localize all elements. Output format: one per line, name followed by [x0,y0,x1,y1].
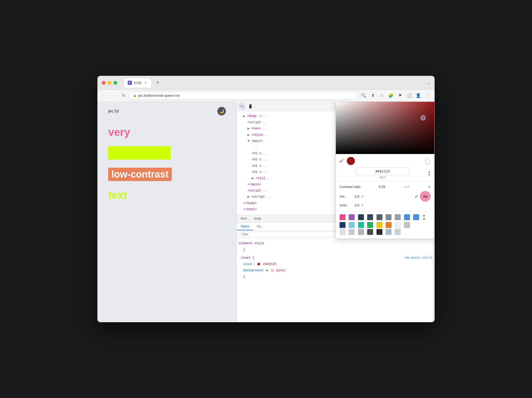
css-color-prop: color: #981515 [239,261,432,268]
tab-close-button[interactable]: ✕ [143,81,148,85]
element-picker-button[interactable]: ↖ [239,103,245,110]
profile-button[interactable]: 👤 [414,92,422,100]
dark-mode-toggle[interactable]: 🌙 [217,107,226,115]
tab-styles[interactable]: Styles [237,223,253,230]
cp-row1: 🖋 [340,157,431,165]
back-button[interactable]: ← [101,92,108,99]
swatch-light-gray4[interactable] [395,229,401,235]
css-source-ref[interactable]: cds-quest-cvd:11 [404,256,432,260]
swatch-orange[interactable] [386,222,392,228]
swatch-charcoal[interactable] [367,229,373,235]
tab-bar: ● CVD ✕ + ⌄ [124,78,430,88]
nav-actions: 🔍 ⬆ ☆ 🧩 ⚑ ⬜ 👤 ⋮ [360,92,431,100]
swatch-light-gray1[interactable] [340,229,345,235]
swatch-light-gray3[interactable] [358,229,364,235]
swatch-light-gray2[interactable] [349,229,355,235]
address-bar[interactable]: 🔒 jec.fyi/demo/cds-quest-cvd [130,92,358,100]
cp-contrast-header: Contrast ratio 5.55 ✓✓ ∧ [340,185,431,189]
menu-button[interactable]: ⋮ [423,92,431,100]
swatch-slate[interactable] [367,214,373,220]
swatch-grid-1: ▲ ▼ [340,213,431,221]
swatch-near-black[interactable] [377,229,382,235]
swatch-light-blue2[interactable] [386,229,392,235]
cp-aaa-label: AAA: [340,203,353,207]
search-button[interactable]: 🔍 [360,92,368,100]
swatch-light-blue[interactable] [349,222,355,228]
cp-contrast-collapse[interactable]: ∧ [428,185,431,189]
tab-list-icon[interactable]: ⌄ [427,80,430,85]
tab-body[interactable]: body [250,215,265,223]
cp-hex-label: HEX [379,176,386,179]
swatch-navy[interactable] [340,222,345,228]
swatch-teal[interactable] [358,222,364,228]
new-tab-button[interactable]: + [154,78,161,87]
css-block-element: element.style [239,241,432,247]
cp-hex-input[interactable]: #981515 [356,167,409,175]
browser-tab-cvd[interactable]: ● CVD ✕ [124,78,152,88]
tab-title: CVD [134,81,141,85]
cp-controls: 🖋 #98 [336,154,434,182]
cp-aaa-check: ✓ [361,203,364,207]
demo-text-low-contrast: low-contrast [108,168,172,181]
cp-preview-text: Aa [423,194,428,198]
flag-button[interactable]: ⚑ [396,92,404,100]
eyedropper-button[interactable]: 🖋 [340,159,344,163]
swatch-grid-3 [340,229,431,235]
share-button[interactable]: ⬆ [369,92,377,100]
demo-text-items: very inaccessible low-contrast text [108,123,172,204]
swatch-off-white[interactable] [395,222,401,228]
swatch-gray-dark[interactable] [377,214,382,220]
tab-html[interactable]: html [237,215,250,223]
maximize-window-button[interactable] [113,81,117,85]
demo-text-very: very [108,126,130,138]
forward-button[interactable]: → [110,92,118,99]
cp-preview-badge: Aa [420,191,431,202]
cp-hex-section: #981515 HEX [340,167,426,179]
traffic-lights [102,81,117,85]
swatch-dark-blue[interactable] [358,214,364,220]
webpage-preview: jec.fyi 🌙 very inaccessible low-contrast… [97,102,237,322]
color-picker-panel: 🖋 #98 [336,102,435,239]
minimize-window-button[interactable] [108,81,111,85]
tab-computed[interactable]: Co... [253,223,267,230]
swatch-scroll-arrows[interactable]: ▲ ▼ [423,213,431,221]
cp-swatch [347,157,355,165]
swatch-purple[interactable] [349,214,355,220]
swatch-silver[interactable] [404,222,410,228]
cp-swatches: ▲ ▼ [336,211,434,239]
sidebar-toggle[interactable]: ⬜ [405,92,413,100]
css-closing: } [239,247,432,253]
cp-aa-eyedropper[interactable]: 🖋 [415,194,418,198]
secure-icon: 🔒 [133,94,137,97]
swatch-yellow[interactable] [377,222,382,228]
cp-contrast-section: Contrast ratio 5.55 ✓✓ ∧ AA: 3.0 ✓ 🖋 Aa [336,182,434,211]
swatch-green[interactable] [367,222,373,228]
devtools-panel: ↖ 📱 ⚙ ⋮ ✕ ▶ <body ct... <script... ▶ <na… [237,102,435,322]
extension-button[interactable]: 🧩 [387,92,395,100]
cp-hex-arrows[interactable]: ▲ ▼ [428,170,431,176]
close-window-button[interactable] [102,81,105,85]
swatch-gray-mid[interactable] [386,214,392,220]
swatch-grid-2 [340,222,431,228]
demo-text-inaccessible: inaccessible [108,146,171,160]
cp-aa-row: AA: 3.0 ✓ 🖋 Aa [340,191,431,202]
swatch-gray-light[interactable] [395,214,401,220]
color-gradient[interactable] [336,102,434,154]
cp-contrast-title: Contrast ratio [340,185,360,189]
site-title: jec.fyi [108,109,119,114]
cp-aaa-value: 4.5 [355,203,359,207]
swatch-blue2[interactable] [413,214,419,220]
device-toggle-button[interactable]: 📱 [246,103,254,110]
styles-content: element.style } .line1 { cds-quest-cvd:1… [237,238,435,322]
refresh-button[interactable]: ↻ [120,92,127,99]
cp-aa-label: AA: [340,194,353,198]
demo-text-text: text [108,189,127,201]
cp-alpha-thumb[interactable] [425,160,430,164]
cp-sliders [358,160,431,162]
url-text: jec.fyi/demo/cds-quest-cvd [138,93,180,97]
color-cursor[interactable] [420,115,426,121]
swatch-pink[interactable] [340,214,345,220]
swatch-blue[interactable] [404,214,410,220]
css-block-line1: .line1 { cds-quest-cvd:11 [239,255,432,261]
bookmark-button[interactable]: ☆ [378,92,386,100]
